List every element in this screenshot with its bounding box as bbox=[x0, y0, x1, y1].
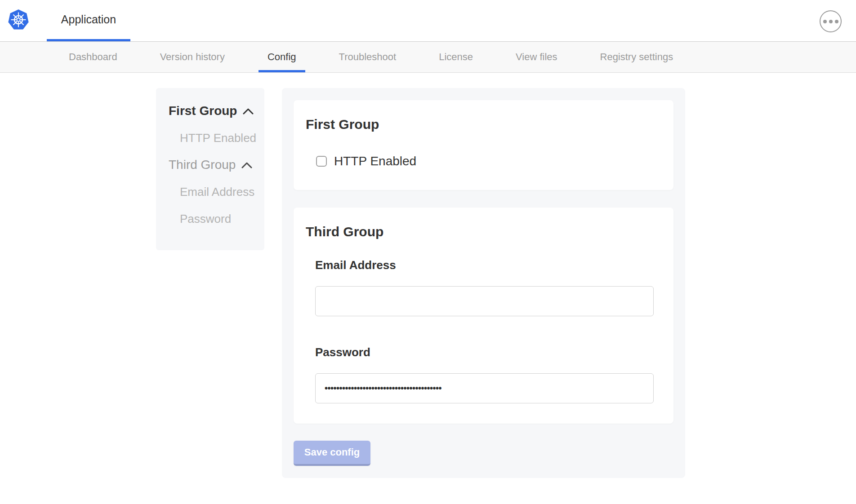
chevron-up-icon bbox=[241, 162, 252, 168]
tab-application[interactable]: Application bbox=[47, 0, 130, 41]
nav-tab-troubleshoot[interactable]: Troubleshoot bbox=[330, 42, 406, 72]
ellipsis-icon bbox=[823, 20, 827, 23]
email-address-field: Email Address bbox=[315, 258, 661, 316]
config-group-card-third-group: Third Group Email Address Password bbox=[294, 208, 673, 424]
email-address-input[interactable] bbox=[315, 286, 654, 316]
nav-tab-registry-settings[interactable]: Registry settings bbox=[591, 42, 682, 72]
app-title: Application bbox=[61, 13, 116, 26]
nav-tab-version-history[interactable]: Version history bbox=[151, 42, 234, 72]
group-title: Third Group bbox=[306, 224, 661, 240]
sidebar-item-http-enabled[interactable]: HTTP Enabled bbox=[180, 130, 264, 146]
config-content-area: First Group HTTP Enabled Third Group Ema… bbox=[282, 88, 685, 478]
checkbox-label[interactable]: HTTP Enabled bbox=[334, 154, 416, 168]
overflow-menu-button[interactable] bbox=[820, 10, 842, 32]
save-config-button[interactable]: Save config bbox=[294, 441, 370, 466]
nav-tab-view-files[interactable]: View files bbox=[507, 42, 566, 72]
password-field: Password bbox=[315, 345, 661, 403]
http-enabled-checkbox[interactable] bbox=[316, 156, 327, 167]
field-label: Password bbox=[315, 345, 661, 359]
ellipsis-icon bbox=[829, 20, 833, 23]
sidebar-group-label: Third Group bbox=[169, 157, 236, 172]
http-enabled-field: HTTP Enabled bbox=[316, 154, 661, 168]
nav-tab-config[interactable]: Config bbox=[259, 42, 305, 72]
kubernetes-logo bbox=[8, 9, 29, 31]
ellipsis-icon bbox=[835, 20, 838, 23]
sidebar-group-third-group[interactable]: Third Group bbox=[169, 157, 264, 172]
config-sidebar: First Group HTTP Enabled Third Group Ema… bbox=[156, 88, 264, 250]
chevron-up-icon bbox=[243, 108, 254, 115]
nav-tab-license[interactable]: License bbox=[430, 42, 482, 72]
sidebar-group-first-group[interactable]: First Group bbox=[169, 103, 264, 119]
password-input[interactable] bbox=[315, 373, 654, 403]
sidebar-group-label: First Group bbox=[169, 103, 237, 119]
app-header: Application bbox=[0, 0, 856, 41]
nav-tab-dashboard[interactable]: Dashboard bbox=[60, 42, 126, 72]
sidebar-item-password[interactable]: Password bbox=[180, 211, 264, 226]
sidebar-item-email-address[interactable]: Email Address bbox=[180, 184, 264, 199]
group-title: First Group bbox=[306, 116, 661, 133]
app-navbar: Dashboard Version history Config Trouble… bbox=[0, 41, 856, 73]
field-label: Email Address bbox=[315, 258, 661, 272]
config-group-card-first-group: First Group HTTP Enabled bbox=[294, 100, 673, 190]
